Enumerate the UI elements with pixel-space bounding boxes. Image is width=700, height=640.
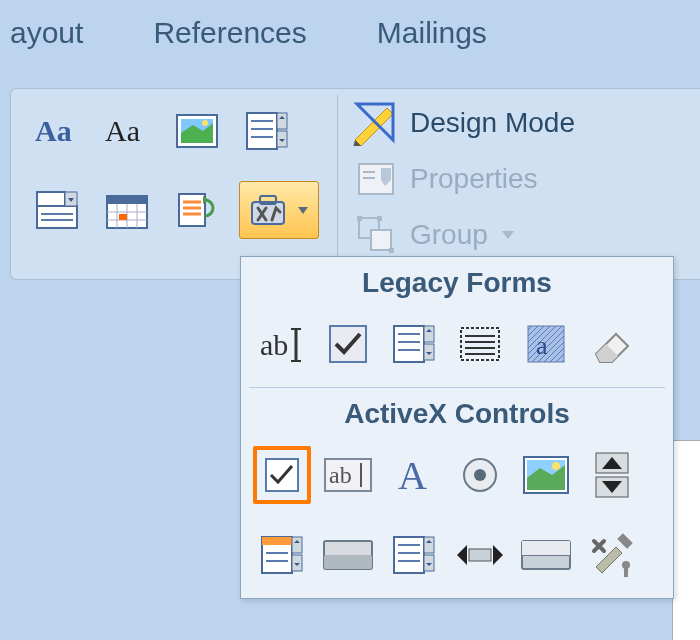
activex-command-button[interactable]	[319, 526, 377, 584]
tools-icon	[588, 531, 636, 579]
tab-mailings[interactable]: Mailings	[377, 16, 487, 50]
svg-marker-104	[493, 545, 503, 565]
svg-rect-45	[377, 216, 382, 221]
activex-spin-button[interactable]	[583, 446, 641, 504]
chevron-down-icon	[298, 207, 308, 214]
legacy-tools-button[interactable]	[239, 181, 319, 239]
document-area	[672, 440, 700, 640]
svg-point-79	[552, 462, 560, 470]
svg-rect-85	[262, 537, 292, 545]
svg-rect-103	[469, 549, 491, 561]
svg-rect-46	[389, 248, 394, 253]
properties-label: Properties	[410, 163, 538, 195]
properties-button: Properties	[352, 155, 575, 203]
dropdown-list-control-button[interactable]	[29, 182, 85, 238]
spin-icon	[590, 451, 634, 499]
svg-rect-94	[394, 537, 424, 573]
design-mode-label: Design Mode	[410, 107, 575, 139]
radio-icon	[458, 453, 502, 497]
svg-rect-15	[37, 206, 77, 228]
legacy-combobox-button[interactable]	[385, 315, 443, 373]
rich-text-control-button[interactable]: Aa	[29, 103, 85, 159]
shading-a-icon: a	[524, 322, 568, 366]
svg-text:Aa: Aa	[105, 114, 140, 147]
group-button: Group	[352, 211, 575, 259]
svg-rect-14	[37, 192, 65, 206]
content-controls-group: Aa Aa	[11, 89, 337, 279]
frame-icon	[457, 322, 503, 366]
picture-control-button[interactable]	[169, 103, 225, 159]
calendar-icon	[105, 188, 149, 232]
activex-more-controls-button[interactable]	[583, 526, 641, 584]
svg-rect-44	[357, 216, 362, 221]
text-field-icon: ab	[258, 323, 306, 365]
svg-marker-102	[457, 545, 467, 565]
image-icon	[522, 453, 570, 497]
activex-listbox-button[interactable]	[385, 526, 443, 584]
svg-rect-61	[461, 328, 499, 360]
svg-point-75	[474, 469, 486, 481]
scrollbar-icon	[455, 535, 505, 575]
legacy-text-field-button[interactable]: ab	[253, 315, 311, 373]
svg-text:ab: ab	[329, 462, 352, 488]
toggle-button-icon	[520, 537, 572, 573]
legacy-forms-row: ab	[241, 307, 673, 387]
ribbon-chunk: Aa Aa	[10, 88, 700, 280]
activex-combobox-button[interactable]	[253, 526, 311, 584]
svg-rect-88	[292, 537, 302, 553]
svg-rect-53	[394, 326, 424, 362]
activex-label-button[interactable]: A	[385, 446, 443, 504]
legacy-checkbox-button[interactable]	[319, 315, 377, 373]
combo-box-control-button[interactable]	[239, 103, 295, 159]
rich-text-aa-icon: Aa	[35, 111, 79, 151]
activex-option-button[interactable]	[451, 446, 509, 504]
svg-rect-28	[179, 194, 205, 226]
svg-rect-107	[522, 541, 570, 555]
svg-rect-6	[247, 113, 277, 149]
checkbox-icon	[326, 322, 370, 366]
legacy-reset-button[interactable]	[583, 315, 641, 373]
design-mode-icon	[352, 99, 400, 147]
svg-point-5	[202, 120, 208, 126]
list-box-icon	[392, 533, 436, 577]
building-block-icon	[175, 188, 219, 232]
picture-icon	[175, 111, 219, 151]
activex-scrollbar-button[interactable]	[451, 526, 509, 584]
combo-box-icon	[260, 533, 304, 577]
svg-rect-57	[424, 326, 434, 342]
svg-text:ab: ab	[260, 328, 288, 361]
textbox-icon: ab	[323, 453, 373, 497]
group-icon	[352, 211, 400, 259]
plain-text-control-button[interactable]: Aa	[99, 103, 155, 159]
eraser-icon	[588, 324, 636, 364]
svg-rect-69	[266, 459, 298, 491]
svg-rect-27	[119, 214, 127, 220]
combo-box-icon	[245, 109, 289, 153]
activex-controls-header: ActiveX Controls	[241, 388, 673, 438]
legacy-forms-header: Legacy Forms	[241, 257, 673, 307]
properties-icon	[352, 155, 400, 203]
checkbox-icon	[262, 455, 302, 495]
toolbox-icon	[246, 188, 290, 232]
chevron-down-icon	[502, 231, 514, 239]
combo-box-icon	[392, 322, 436, 366]
activex-textbox-button[interactable]: ab	[319, 446, 377, 504]
tab-layout[interactable]: ayout	[10, 16, 83, 50]
activex-row-2	[241, 518, 673, 598]
activex-image-button[interactable]	[517, 446, 575, 504]
date-picker-control-button[interactable]	[99, 182, 155, 238]
svg-marker-47	[502, 231, 514, 239]
tab-references[interactable]: References	[153, 16, 306, 50]
legacy-frame-button[interactable]	[451, 315, 509, 373]
activex-checkbox-button[interactable]	[253, 446, 311, 504]
plain-text-aa-icon: Aa	[105, 111, 149, 151]
design-mode-button[interactable]: Design Mode	[352, 99, 575, 147]
legacy-tools-dropdown: Legacy Forms ab	[240, 256, 674, 599]
building-block-control-button[interactable]	[169, 182, 225, 238]
svg-rect-10	[277, 113, 287, 129]
activex-row-1: ab A	[241, 438, 673, 518]
legacy-shading-button[interactable]: a	[517, 315, 575, 373]
command-button-icon	[322, 537, 374, 573]
activex-toggle-button[interactable]	[517, 526, 575, 584]
svg-text:Aa: Aa	[35, 114, 72, 147]
